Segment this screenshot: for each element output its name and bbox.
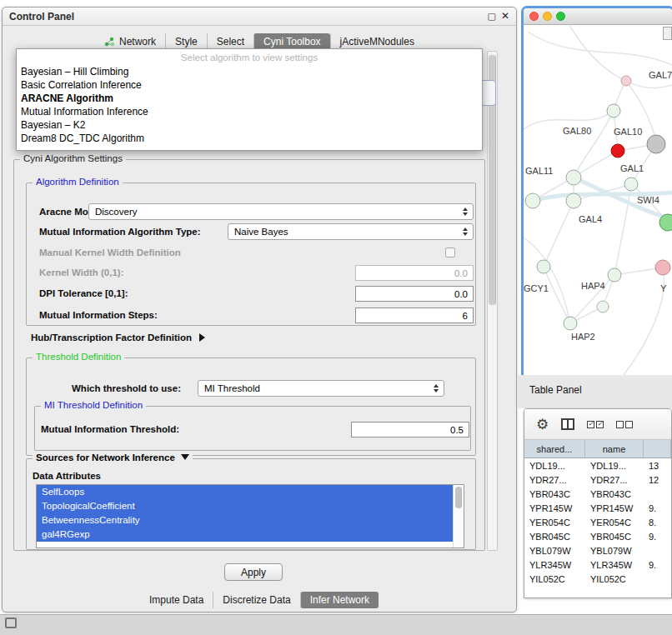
panel-scrollbar[interactable]	[487, 51, 498, 551]
table-panel-window: ⚙ shared... name YDL19...YDL19...13 YDR2…	[524, 408, 672, 598]
tab-label: Network	[119, 36, 156, 48]
column-header-name[interactable]: name	[585, 440, 644, 458]
table-row[interactable]: YBR043CYBR043C	[524, 487, 671, 501]
node[interactable]	[597, 301, 609, 312]
menu-item[interactable]: Bayesian – Hill Climbing	[17, 65, 482, 78]
node-label: GAL7	[649, 70, 672, 80]
menu-item[interactable]: Dream8 DC_TDC Algorithm	[17, 132, 482, 145]
tab-network[interactable]: Network	[95, 33, 165, 50]
node-label: GAL10	[614, 127, 642, 137]
dpi-tolerance-label: DPI Tolerance [0,1]:	[39, 288, 128, 298]
mi-threshold-field[interactable]: 0.5	[351, 422, 469, 438]
zoom-button[interactable]	[556, 12, 565, 21]
menu-item[interactable]: Basic Correlation Inference	[17, 78, 482, 92]
table-panel-title: Table Panel	[529, 384, 582, 396]
node[interactable]	[525, 193, 540, 208]
node-hap2[interactable]	[564, 317, 577, 330]
node-gal11[interactable]	[566, 170, 581, 185]
node-swi4[interactable]	[659, 214, 672, 231]
control-panel-titlebar[interactable]: Control Panel ▢ ✕	[3, 8, 516, 26]
network-window-titlebar[interactable]	[524, 8, 672, 25]
column-header-extra[interactable]	[644, 440, 671, 458]
menu-item[interactable]: Mutual Information Inference	[17, 105, 482, 118]
bottom-tabbar: Impute Data Discretize Data Infer Networ…	[3, 590, 516, 609]
table-row[interactable]: YBR045CYBR045C9.	[524, 529, 671, 543]
list-item[interactable]: SelfLoops	[37, 485, 453, 499]
algorithm-dropdown-menu: Select algorithm to view settings Bayesi…	[16, 48, 483, 151]
node-pink[interactable]	[655, 260, 670, 275]
table-row[interactable]: YBL079WYBL079W	[524, 543, 671, 558]
float-window-icon[interactable]: ▢	[488, 11, 496, 22]
combo-arrows-icon	[459, 228, 470, 236]
table-row[interactable]: YLR345WYLR345W9.	[524, 558, 671, 572]
list-item[interactable]: TopologicalCoefficient	[37, 499, 453, 513]
restore-panel-icon[interactable]	[5, 618, 17, 628]
table-header-row: shared... name	[524, 440, 671, 458]
tab-style[interactable]: Style	[165, 33, 207, 50]
list-scrollbar[interactable]	[453, 485, 464, 548]
node-gray[interactable]	[647, 135, 665, 153]
mi-type-value: Naive Bayes	[228, 227, 459, 237]
select-all-icon[interactable]	[587, 421, 604, 428]
node-gal80[interactable]	[607, 104, 620, 118]
table-row[interactable]: YDR27...YDR27...12	[524, 472, 671, 487]
mi-type-label: Mutual Information Algorithm Type:	[39, 227, 201, 237]
tab-impute-data[interactable]: Impute Data	[140, 592, 213, 608]
aracne-mode-select[interactable]: Discovery	[88, 203, 474, 220]
scrollbar-thumb[interactable]	[455, 487, 462, 508]
table-row[interactable]: YDL19...YDL19...13	[524, 458, 671, 472]
list-item[interactable]: gal4RGexp	[37, 528, 453, 542]
list-item[interactable]: BetweennessCentrality	[37, 513, 453, 528]
network-canvas[interactable]: GAL7 GAL80 GAL10 GAL11 GAL1 SWI4 GAL4 GC…	[524, 25, 672, 375]
node-label: GAL1	[620, 163, 644, 173]
table-row[interactable]: YPR145WYPR145W9.	[524, 501, 671, 515]
gear-icon[interactable]: ⚙	[536, 418, 549, 432]
kernel-width-field[interactable]: 0.0	[355, 265, 474, 281]
mi-steps-field[interactable]: 6	[355, 308, 474, 323]
hub-definition-toggle[interactable]: Hub/Transcription Factor Definition	[31, 332, 205, 342]
node-label: GAL4	[579, 214, 602, 224]
table-toolbar: ⚙	[524, 409, 671, 440]
node-gal4[interactable]	[566, 193, 581, 208]
tab-jactivemnodules[interactable]: jActiveMNodules	[330, 33, 424, 50]
tab-label: Infer Network	[310, 594, 369, 606]
data-attributes-label: Data Attributes	[33, 471, 101, 481]
aracne-mode-value: Discovery	[89, 207, 459, 217]
apply-button[interactable]: Apply	[224, 563, 283, 581]
collapse-down-icon	[181, 454, 189, 460]
table-row[interactable]: YER054CYER054C8.	[524, 515, 671, 529]
node-label: HAP4	[581, 281, 605, 291]
tab-select[interactable]: Select	[207, 33, 253, 50]
deselect-all-icon[interactable]	[616, 421, 633, 428]
manual-kernel-checkbox[interactable]	[445, 248, 455, 258]
group-title: Threshold Definition	[33, 352, 124, 362]
minimize-button[interactable]	[543, 12, 552, 21]
node-gcy1[interactable]	[537, 260, 550, 273]
dpi-tolerance-field[interactable]: 0.0	[355, 286, 474, 302]
tab-infer-network[interactable]: Infer Network	[300, 592, 379, 608]
node-gal10[interactable]	[611, 144, 624, 158]
close-button[interactable]	[529, 12, 539, 21]
node-gal1[interactable]	[624, 178, 638, 191]
menu-item-selected[interactable]: ARACNE Algorithm	[17, 92, 482, 105]
tab-discretize-data[interactable]: Discretize Data	[213, 592, 299, 608]
which-threshold-select[interactable]: MI Threshold	[198, 380, 444, 397]
combo-arrows-icon	[459, 208, 470, 216]
node-hap4[interactable]	[608, 268, 621, 282]
control-panel-window: Control Panel ▢ ✕ Network Style Select C…	[2, 7, 517, 612]
close-panel-icon[interactable]: ✕	[501, 10, 509, 22]
manual-kernel-label: Manual Kernel Width Definition	[39, 248, 181, 258]
column-header-shared[interactable]: shared...	[524, 440, 585, 458]
tab-label: Style	[175, 36, 198, 48]
tab-cyni-toolbox[interactable]: Cyni Toolbox	[253, 33, 329, 50]
sources-toggle[interactable]: Sources for Network Inference	[33, 452, 193, 462]
tab-label: Cyni Toolbox	[263, 36, 320, 48]
table-row[interactable]: YIL052CYIL052C	[524, 572, 671, 586]
add-column-icon[interactable]	[561, 418, 574, 430]
node-gal7[interactable]	[621, 76, 631, 86]
node-label: Y	[660, 283, 667, 293]
mi-type-select[interactable]: Naive Bayes	[228, 223, 474, 240]
bottom-dock-strip	[0, 614, 672, 635]
menu-item[interactable]: Bayesian – K2	[17, 118, 482, 132]
sources-title: Sources for Network Inference	[36, 452, 175, 462]
